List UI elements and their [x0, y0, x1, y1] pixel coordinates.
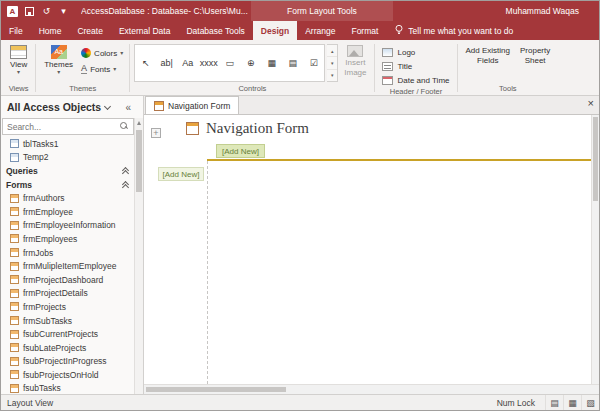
header-footer-icon — [382, 76, 393, 85]
nav-object-label: frmProjectDetails — [23, 288, 88, 298]
nav-object-item[interactable]: fsubTasks — [1, 382, 134, 394]
tool-label-line1: Add Existing — [466, 46, 510, 55]
nav-object-item[interactable]: frmAuthors — [1, 191, 134, 205]
nav-object-item[interactable]: fsubLateProjects — [1, 341, 134, 355]
check-box-icon[interactable]: ☑ — [303, 45, 324, 81]
horizontal-scrollbar-thumb[interactable] — [146, 387, 286, 392]
view-button-label: View — [10, 60, 27, 69]
search-input[interactable] — [7, 122, 120, 132]
nav-object-label: fsubProjectInProgress — [23, 356, 107, 366]
title-button[interactable]: Title — [382, 60, 449, 72]
ribbon-tab-label: File — [9, 26, 23, 36]
nav-object-item[interactable]: Forms — [1, 178, 134, 192]
nav-object-label: fsubLateProjects — [23, 343, 86, 353]
canvas-horizontal-scrollbar[interactable] — [144, 384, 599, 394]
tool-label-line2: Sheet — [525, 56, 546, 65]
customize-quick-access-icon[interactable]: ▾ — [58, 6, 69, 17]
date-time-button[interactable]: Date and Time — [382, 74, 449, 86]
nav-object-label: Temp2 — [23, 152, 49, 162]
add-new-tab-button[interactable]: [Add New] — [216, 144, 265, 158]
ribbon: View ▾ Views Aa Themes ▾ Colors ▾ — [1, 40, 599, 96]
ribbon-tab[interactable]: Database Tools — [178, 21, 252, 40]
gallery-scroll-up-icon[interactable]: ▴ — [327, 45, 337, 57]
close-document-button[interactable]: × — [588, 98, 594, 109]
nav-object-item[interactable]: frmEmployees — [1, 232, 134, 246]
nav-object-item[interactable]: frmMulipleItemEmployee — [1, 259, 134, 273]
image-frame-icon[interactable]: ▦ — [261, 45, 282, 81]
ribbon-tab[interactable]: Home — [31, 21, 70, 40]
select-pointer-icon[interactable]: ↖ — [135, 45, 156, 81]
colors-button-label: Colors — [94, 49, 117, 58]
header-footer-button-label: Title — [397, 62, 412, 71]
search-icon — [120, 122, 129, 131]
nav-object-item[interactable]: frmProjectDashboard — [1, 273, 134, 287]
ribbon-tab[interactable]: Arrange — [297, 21, 343, 40]
document-tab-navigation-form[interactable]: Navigation Form — [145, 96, 239, 114]
workspace: All Access Objects « tblTasks1 — [1, 96, 599, 394]
add-new-vertical-button[interactable]: [Add New] — [158, 167, 204, 181]
object-icon — [10, 234, 19, 243]
navpane-scrollbar[interactable] — [134, 118, 143, 394]
gallery-scroll-down-icon[interactable]: ▾ — [327, 57, 337, 69]
controls-group-label: Controls — [131, 83, 373, 95]
nav-object-item[interactable]: frmJobs — [1, 246, 134, 260]
group-separator — [129, 44, 130, 92]
ribbon-tab[interactable]: Format — [343, 21, 386, 40]
nav-object-label: fsubCurrentProjects — [23, 329, 98, 339]
button-icon[interactable]: xxxx — [198, 45, 219, 81]
nav-object-label: frmSubTasks — [23, 316, 72, 326]
collapse-pane-button[interactable]: « — [125, 102, 131, 113]
nav-object-item[interactable]: Temp2 — [1, 151, 134, 165]
vertical-scrollbar-thumb[interactable] — [593, 117, 598, 201]
hyperlink-icon[interactable]: ⊕ — [240, 45, 261, 81]
signed-in-user[interactable]: Muhammad Waqas — [506, 6, 579, 16]
property-sheet-button[interactable]: Property Sheet — [516, 43, 554, 65]
form-view-icon[interactable]: ▤ — [545, 395, 563, 410]
navigation-accent-line — [207, 159, 591, 161]
nav-object-item[interactable]: frmProjects — [1, 300, 134, 314]
datasheet-view-icon[interactable]: ▦ — [563, 395, 581, 410]
nav-object-item[interactable]: frmProjectDetails — [1, 287, 134, 301]
ribbon-tab-label: Database Tools — [186, 26, 244, 36]
undo-button[interactable]: ↺ — [41, 6, 52, 17]
combo-box-icon[interactable]: ▤ — [282, 45, 303, 81]
document-area: Navigation Form × + Navigation Form [Add… — [144, 96, 599, 394]
save-button[interactable] — [24, 6, 35, 17]
insert-image-button[interactable]: Insert Image — [340, 43, 370, 77]
fonts-button[interactable]: A Fonts ▾ — [79, 63, 125, 75]
insert-image-label-line1: Insert — [345, 58, 365, 67]
nav-object-item[interactable]: fsubProjectInProgress — [1, 355, 134, 369]
nav-object-item[interactable]: frmEmployee — [1, 205, 134, 219]
nav-object-item[interactable]: fsubProjectsOnHold — [1, 368, 134, 382]
gallery-more-icon[interactable]: ▾ — [327, 70, 337, 81]
status-view-label: Layout View — [7, 398, 53, 408]
layout-view-icon[interactable]: ▧ — [581, 395, 599, 410]
themes-button[interactable]: Aa Themes ▾ — [40, 43, 77, 75]
ribbon-tab[interactable]: File — [1, 21, 31, 40]
nav-object-item[interactable]: frmSubTasks — [1, 314, 134, 328]
object-list: tblTasks1 Temp2 Queries — [1, 135, 134, 394]
label-icon[interactable]: Aa — [177, 45, 198, 81]
layout-selector-handle[interactable]: + — [151, 128, 161, 138]
nav-object-item[interactable]: frmEmployeeInformation — [1, 219, 134, 233]
chevron-down-icon: ▾ — [57, 70, 60, 75]
view-button[interactable]: View ▾ — [6, 43, 31, 75]
navpane-scrollbar-thumb[interactable] — [136, 130, 142, 192]
logo-button[interactable]: Logo — [382, 46, 449, 58]
tell-me-box[interactable]: Tell me what you want to do — [386, 21, 521, 40]
section-collapse-icon — [122, 181, 130, 189]
canvas-vertical-scrollbar[interactable] — [591, 115, 599, 384]
nav-object-item[interactable]: Queries — [1, 164, 134, 178]
text-box-icon[interactable]: ab| — [156, 45, 177, 81]
nav-object-item[interactable]: tblTasks1 — [1, 137, 134, 151]
tools-buttons: Add Existing Fields Property Sheet — [459, 41, 558, 83]
ribbon-tab[interactable]: Create — [69, 21, 111, 40]
nav-object-label: frmAuthors — [23, 193, 65, 203]
ribbon-tab[interactable]: Design — [253, 21, 297, 40]
colors-button[interactable]: Colors ▾ — [79, 47, 125, 59]
add-existing-fields-button[interactable]: Add Existing Fields — [462, 43, 514, 65]
navigation-pane-header[interactable]: All Access Objects « — [1, 96, 134, 118]
nav-object-item[interactable]: fsubCurrentProjects — [1, 327, 134, 341]
ribbon-tab[interactable]: External Data — [111, 21, 179, 40]
tab-control-icon[interactable]: ▭ — [219, 45, 240, 81]
